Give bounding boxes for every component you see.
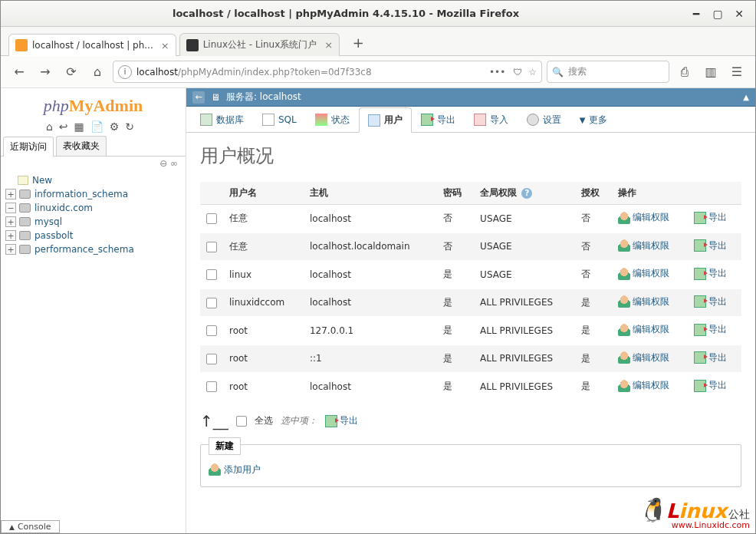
- forward-button[interactable]: →: [35, 61, 56, 83]
- tree-new-db[interactable]: New: [5, 173, 181, 187]
- pma-main: ← 🖥 服务器: localhost ▲ 数据库 SQL 状态 用户 导出 导入…: [186, 88, 755, 533]
- add-user-link[interactable]: 添加用户: [209, 463, 261, 476]
- export-user-link[interactable]: 导出: [694, 295, 727, 308]
- table-row[interactable]: root::1是ALL PRIVILEGES是编辑权限导出: [200, 344, 741, 373]
- edit-privileges-link[interactable]: 编辑权限: [618, 351, 669, 364]
- sidebar-button[interactable]: ▥: [700, 61, 721, 83]
- row-checkbox[interactable]: [206, 213, 217, 224]
- edit-privileges-link[interactable]: 编辑权限: [618, 379, 669, 392]
- with-selected-label: 选中项：: [281, 414, 317, 427]
- edit-privileges-link[interactable]: 编辑权限: [618, 295, 669, 308]
- search-bar[interactable]: 🔍 搜索: [547, 61, 669, 83]
- tree-db-item[interactable]: +mysql: [5, 215, 181, 229]
- close-tab-icon[interactable]: ×: [161, 40, 169, 51]
- cell-global: USAGE: [474, 205, 575, 233]
- menu-sql[interactable]: SQL: [253, 107, 306, 132]
- cell-pwd: 是: [437, 317, 474, 345]
- top-menu: 数据库 SQL 状态 用户 导出 导入 设置 ▼更多: [186, 107, 755, 133]
- collapse-toggle[interactable]: ⊖ ∞: [1, 157, 186, 170]
- row-checkbox[interactable]: [206, 354, 217, 364]
- export-user-link[interactable]: 导出: [694, 267, 727, 280]
- tux-favicon: [186, 39, 199, 51]
- col-global: 全局权限 ?: [474, 182, 575, 205]
- export-user-link[interactable]: 导出: [694, 351, 727, 364]
- close-tab-icon[interactable]: ×: [324, 39, 333, 51]
- maximize-button[interactable]: ▢: [709, 5, 726, 22]
- home-icon[interactable]: ⌂: [46, 120, 59, 133]
- expander-icon[interactable]: −: [5, 203, 16, 213]
- expander-icon[interactable]: +: [5, 244, 16, 255]
- menu-more[interactable]: ▼更多: [570, 107, 617, 132]
- export-icon: [694, 324, 706, 336]
- tracking-shield-icon[interactable]: 🛡: [513, 67, 522, 77]
- logout-icon[interactable]: ↩: [59, 120, 74, 133]
- browser-tab-active[interactable]: localhost / localhost | ph... ×: [8, 34, 176, 56]
- tab-favorites[interactable]: 表收藏夹: [56, 136, 107, 156]
- row-checkbox[interactable]: [206, 242, 217, 252]
- expander-icon[interactable]: +: [5, 230, 16, 241]
- server-back-icon[interactable]: ←: [192, 91, 205, 104]
- new-db-icon: [18, 176, 28, 185]
- table-row[interactable]: linuxlocalhost是USAGE否编辑权限导出: [200, 261, 741, 289]
- tree-db-item[interactable]: +passbolt: [5, 229, 181, 242]
- export-user-link[interactable]: 导出: [694, 379, 727, 392]
- home-button[interactable]: ⌂: [87, 61, 108, 83]
- help-icon[interactable]: ?: [521, 188, 532, 199]
- edit-privileges-link[interactable]: 编辑权限: [618, 211, 669, 224]
- tree-db-item[interactable]: +information_schema: [5, 187, 181, 201]
- page-body: 用户概况 用户名 主机 密码 全局权限 ? 授权 操作 任意loc: [186, 133, 755, 533]
- menu-settings[interactable]: 设置: [518, 107, 570, 132]
- row-checkbox[interactable]: [206, 325, 217, 336]
- menu-button[interactable]: ☰: [726, 61, 748, 83]
- user-icon: [618, 268, 630, 280]
- sql-icon: [262, 114, 274, 126]
- menu-import[interactable]: 导入: [465, 107, 518, 132]
- table-row[interactable]: linuxidccomlocalhost是ALL PRIVILEGES是编辑权限…: [200, 288, 741, 317]
- page-actions-icon[interactable]: •••: [485, 67, 510, 77]
- docs-icon[interactable]: 📄: [90, 120, 110, 133]
- export-selected-link[interactable]: 导出: [325, 414, 358, 427]
- browser-tab-inactive[interactable]: Linux公社 - Linux系统门户 ×: [179, 33, 340, 56]
- edit-privileges-link[interactable]: 编辑权限: [618, 267, 669, 280]
- pma-logo[interactable]: phpMyAdmin: [1, 91, 186, 117]
- table-row[interactable]: 任意localhost否USAGE否编辑权限导出: [200, 205, 741, 233]
- reload-button[interactable]: ⟳: [61, 61, 82, 83]
- edit-privileges-link[interactable]: 编辑权限: [618, 239, 669, 252]
- collapse-icon[interactable]: ▲: [743, 93, 749, 101]
- table-row[interactable]: 任意localhost.localdomain否USAGE否编辑权限导出: [200, 232, 741, 261]
- sql-icon[interactable]: ▦: [74, 120, 90, 133]
- col-pwd: 密码: [437, 182, 474, 205]
- cell-host: 127.0.0.1: [304, 317, 438, 345]
- table-row[interactable]: root127.0.0.1是ALL PRIVILEGES是编辑权限导出: [200, 317, 741, 345]
- site-info-icon[interactable]: i: [118, 65, 132, 79]
- row-checkbox[interactable]: [206, 269, 217, 280]
- cell-host: localhost: [304, 288, 438, 317]
- menu-users[interactable]: 用户: [359, 107, 412, 133]
- url-bar[interactable]: i localhost/phpMyAdmin/index.php?token=0…: [113, 61, 542, 83]
- menu-status[interactable]: 状态: [306, 107, 359, 132]
- library-button[interactable]: ⎙: [674, 61, 695, 83]
- tab-recent[interactable]: 近期访问: [3, 137, 54, 157]
- close-button[interactable]: ✕: [731, 5, 748, 22]
- check-all-label[interactable]: 全选: [255, 414, 273, 427]
- table-row[interactable]: rootlocalhost是ALL PRIVILEGES是编辑权限导出: [200, 373, 741, 401]
- edit-privileges-link[interactable]: 编辑权限: [618, 323, 669, 336]
- reload-icon[interactable]: ↻: [125, 120, 140, 133]
- expander-icon[interactable]: +: [5, 216, 16, 227]
- export-user-link[interactable]: 导出: [694, 239, 727, 252]
- check-all-box[interactable]: [236, 416, 247, 427]
- row-checkbox[interactable]: [206, 381, 217, 392]
- settings-icon[interactable]: ⚙: [110, 120, 126, 133]
- back-button[interactable]: ←: [8, 61, 30, 83]
- export-user-link[interactable]: 导出: [694, 323, 727, 336]
- menu-databases[interactable]: 数据库: [191, 107, 253, 132]
- expander-icon[interactable]: +: [5, 189, 16, 199]
- minimize-button[interactable]: ━: [688, 5, 705, 22]
- new-tab-button[interactable]: +: [347, 31, 369, 53]
- tree-db-item[interactable]: −linuxidc.com: [5, 201, 181, 215]
- tree-db-item[interactable]: +performance_schema: [5, 242, 181, 256]
- row-checkbox[interactable]: [206, 298, 217, 308]
- bookmark-star-icon[interactable]: ☆: [528, 67, 537, 77]
- export-user-link[interactable]: 导出: [694, 211, 727, 224]
- menu-export[interactable]: 导出: [412, 107, 465, 132]
